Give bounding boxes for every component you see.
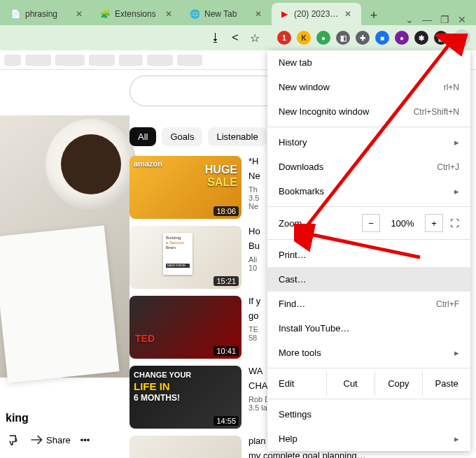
restore-icon[interactable]: ❐ bbox=[440, 14, 449, 25]
video-actions: Share ••• bbox=[6, 433, 124, 447]
bookmark-item[interactable]: aaaaa bbox=[55, 55, 85, 66]
extension-icon[interactable]: K bbox=[297, 31, 311, 45]
video-duration: 15:21 bbox=[214, 276, 239, 286]
youtube-icon: ▶ bbox=[279, 8, 290, 20]
hero-image bbox=[0, 115, 130, 378]
zoom-label: Zoom bbox=[279, 218, 355, 229]
menu-print[interactable]: Print… bbox=[267, 243, 470, 267]
bookmark-item[interactable]: nglis bbox=[119, 55, 144, 66]
tab-youtube[interactable]: ▶ (20) 2023 PLA ✕ bbox=[272, 3, 361, 25]
menu-find[interactable]: Find…Ctrl+F bbox=[267, 292, 470, 316]
menu-new-window[interactable]: New windowrl+N bbox=[267, 75, 470, 99]
bookmark-item[interactable]: aaaa bbox=[89, 55, 114, 66]
video-thumbnail[interactable]: TED 10:41 bbox=[130, 296, 241, 359]
video-duration: 10:41 bbox=[214, 346, 239, 356]
coffee-cup bbox=[46, 119, 136, 210]
channel-suffix: king bbox=[6, 412, 124, 424]
extension-icon[interactable]: ▣ bbox=[434, 31, 448, 45]
menu-copy[interactable]: Copy bbox=[375, 371, 424, 396]
tab-strip: 📄 phrasing ✕ 🧩 Extensions ✕ 🌐 New Tab ✕ … bbox=[0, 0, 476, 25]
tab-label: Extensions bbox=[115, 9, 161, 19]
menu-history[interactable]: History▸ bbox=[267, 130, 470, 155]
extension-icon[interactable]: ● bbox=[395, 31, 409, 45]
bookmark-item[interactable]: aaaa bbox=[25, 55, 50, 66]
extension-icon[interactable]: ◧ bbox=[336, 31, 350, 45]
chip-listenable[interactable]: Listenable bbox=[208, 127, 266, 146]
puzzle-icon: 🧩 bbox=[99, 8, 111, 20]
extension-icon[interactable]: ✚ bbox=[356, 31, 370, 45]
menu-edit-row: Edit Cut Copy Paste bbox=[267, 371, 470, 396]
chevron-down-icon[interactable]: ⌄ bbox=[405, 14, 414, 25]
menu-settings[interactable]: Settings bbox=[267, 402, 470, 427]
new-tab-button[interactable]: + bbox=[364, 6, 384, 25]
left-column: king Share ••• bbox=[0, 70, 130, 458]
dislike-button[interactable] bbox=[6, 433, 20, 447]
tab-label: phrasing bbox=[25, 9, 71, 19]
video-duration: 14:55 bbox=[214, 416, 239, 426]
bookmark-item[interactable]: aaaa bbox=[147, 55, 172, 66]
video-thumbnail[interactable]: amazon HUGE SALE 18:06 bbox=[130, 156, 241, 219]
menu-help[interactable]: Help▸ bbox=[267, 427, 470, 451]
menu-zoom: Zoom − 100% + ⛶ bbox=[267, 210, 470, 236]
video-thumbnail[interactable] bbox=[130, 436, 241, 458]
bookmark-item[interactable]: aaaa bbox=[177, 55, 202, 66]
minimize-icon[interactable]: — bbox=[422, 14, 432, 25]
menu-install[interactable]: Install YouTube… bbox=[267, 316, 470, 341]
chrome-icon: 🌐 bbox=[189, 8, 200, 20]
tab-newtab[interactable]: 🌐 New Tab ✕ bbox=[182, 3, 272, 25]
extension-icon[interactable]: 1 bbox=[277, 31, 291, 45]
share-icon[interactable]: < bbox=[228, 31, 242, 45]
video-thumbnail[interactable]: Buildinga SecondBrain TIAGO FORTE 15:21 bbox=[130, 226, 241, 289]
video-duration: 18:06 bbox=[214, 206, 239, 216]
close-icon[interactable]: ✕ bbox=[344, 9, 354, 19]
tab-favicon: 📄 bbox=[10, 8, 21, 20]
close-icon[interactable]: ✕ bbox=[255, 9, 265, 19]
planner-paper bbox=[0, 225, 120, 383]
video-thumbnail[interactable]: CHANGE YOUR LIFE IN 6 MONTHS! 14:55 bbox=[130, 366, 241, 429]
chrome-menu: New tab New windowrl+N New Incognito win… bbox=[267, 50, 470, 451]
extension-icon[interactable]: ■ bbox=[375, 31, 389, 45]
zoom-in-button[interactable]: + bbox=[425, 214, 443, 232]
tab-extensions[interactable]: 🧩 Extensions ✕ bbox=[92, 3, 182, 25]
tab-phrasing[interactable]: 📄 phrasing ✕ bbox=[3, 3, 92, 25]
extension-icon[interactable]: ✱ bbox=[414, 31, 428, 45]
more-actions-button[interactable]: ••• bbox=[80, 435, 90, 445]
menu-incognito[interactable]: New Incognito windowCtrl+Shift+N bbox=[267, 99, 470, 124]
close-icon[interactable]: ✕ bbox=[165, 9, 175, 19]
close-icon[interactable]: ✕ bbox=[76, 9, 85, 19]
zoom-value: 100% bbox=[387, 218, 418, 229]
menu-cut[interactable]: Cut bbox=[327, 371, 375, 396]
menu-more-tools[interactable]: More tools▸ bbox=[267, 341, 470, 365]
tab-label: New Tab bbox=[204, 9, 251, 19]
share-button[interactable]: Share bbox=[29, 433, 71, 447]
extension-icon[interactable]: ● bbox=[316, 31, 330, 45]
download-icon[interactable]: ⭳ bbox=[209, 31, 223, 45]
menu-cast[interactable]: Cast… bbox=[267, 267, 470, 292]
toolbar: ⭳ < ☆ 1 K ● ◧ ✚ ■ ● ✱ ▣ ⋮ bbox=[0, 25, 476, 50]
bookmark-item[interactable]: ho bbox=[4, 55, 21, 66]
more-menu-button[interactable]: ⋮ bbox=[454, 29, 470, 46]
menu-bookmarks[interactable]: Bookmarks▸ bbox=[267, 179, 470, 203]
close-icon[interactable]: ✕ bbox=[458, 14, 466, 25]
chip-all[interactable]: All bbox=[130, 127, 156, 146]
menu-new-tab[interactable]: New tab bbox=[267, 50, 470, 75]
tab-label: (20) 2023 PLA bbox=[294, 9, 340, 19]
window-controls: ⌄ — ❐ ✕ bbox=[405, 14, 473, 25]
video-subtitle: my complete goal planning… bbox=[248, 450, 451, 458]
zoom-out-button[interactable]: − bbox=[362, 214, 380, 232]
menu-paste[interactable]: Paste bbox=[423, 371, 470, 396]
star-icon[interactable]: ☆ bbox=[248, 31, 262, 45]
menu-downloads[interactable]: DownloadsCtrl+J bbox=[267, 155, 470, 179]
share-label: Share bbox=[46, 435, 71, 445]
fullscreen-icon[interactable]: ⛶ bbox=[450, 218, 459, 229]
menu-edit-label: Edit bbox=[267, 371, 327, 396]
chip-goals[interactable]: Goals bbox=[162, 127, 202, 146]
